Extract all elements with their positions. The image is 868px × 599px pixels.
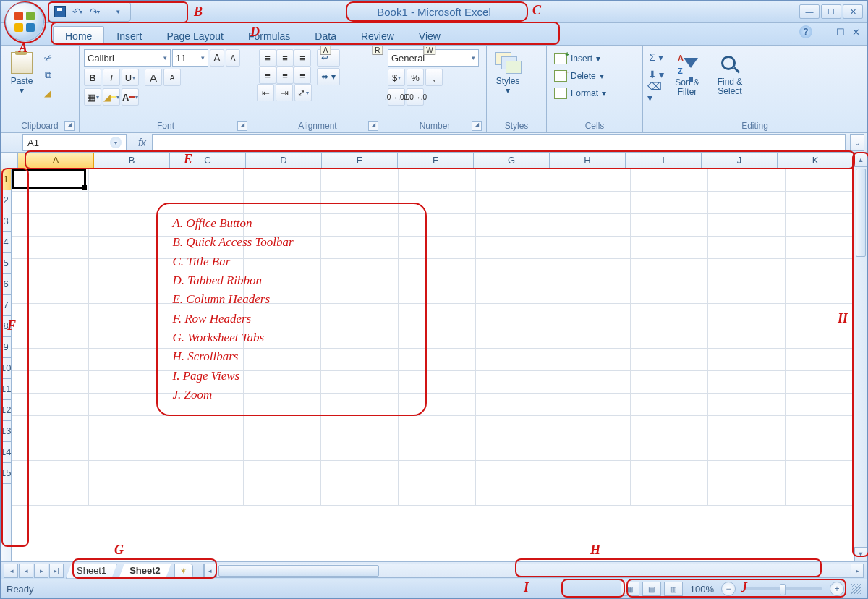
sheet-tab[interactable]: Sheet1 <box>66 564 117 579</box>
font-color-button[interactable]: A▾ <box>122 88 139 106</box>
horizontal-scrollbar[interactable]: ◂ ▸ <box>203 564 864 578</box>
insert-cells-button[interactable]: Insert ▾ <box>551 51 609 67</box>
name-box[interactable]: A1▾ <box>22 134 127 151</box>
percent-button[interactable]: % <box>407 69 424 86</box>
cut-button[interactable]: ✂ <box>41 51 55 65</box>
next-sheet-button[interactable]: ▸ <box>34 564 48 578</box>
row-header[interactable]: 9 <box>1 337 11 358</box>
copy-button[interactable]: ⧉ <box>41 68 55 82</box>
bold-button[interactable]: B <box>84 69 101 86</box>
tab-home[interactable]: Home <box>53 26 104 45</box>
styles-button[interactable]: Styles▾ <box>491 48 524 100</box>
tab-data[interactable]: DataA <box>302 26 349 45</box>
row-header[interactable]: 13 <box>1 421 11 442</box>
merge-center-button[interactable]: ⬌▾ <box>317 68 340 85</box>
row-header[interactable]: 3 <box>1 211 11 232</box>
row-header[interactable]: 2 <box>1 190 11 211</box>
vertical-scroll-thumb[interactable] <box>856 169 866 257</box>
borders-button[interactable]: ▦▾ <box>84 88 101 106</box>
column-header[interactable]: I <box>626 153 702 169</box>
row-header[interactable]: 1 <box>1 169 11 190</box>
help-button[interactable]: ? <box>799 25 812 38</box>
column-header[interactable]: H <box>550 153 626 169</box>
column-header[interactable]: G <box>474 153 550 169</box>
row-header[interactable]: 11 <box>1 379 11 400</box>
underline-button[interactable]: U▾ <box>122 69 139 86</box>
scroll-up-button[interactable]: ▲ <box>854 153 867 167</box>
scroll-right-button[interactable]: ▸ <box>851 564 864 578</box>
italic-button[interactable]: I <box>103 69 120 86</box>
page-layout-view-button[interactable]: ▤ <box>642 582 661 596</box>
zoom-out-button[interactable]: − <box>721 582 736 596</box>
row-header[interactable]: 6 <box>1 274 11 295</box>
increase-decimal-button[interactable]: .0→.00 <box>388 88 405 106</box>
row-header[interactable]: 14 <box>1 442 11 463</box>
row-header[interactable]: 4 <box>1 232 11 253</box>
paste-button[interactable]: Paste▾ <box>5 48 38 100</box>
column-header[interactable]: D <box>246 153 322 169</box>
align-top-button[interactable]: ≡ <box>259 49 276 67</box>
font-size-combo[interactable]: 11▾ <box>172 49 208 67</box>
font-name-combo[interactable]: Calibri▾ <box>84 49 171 67</box>
formula-input[interactable] <box>152 134 846 151</box>
column-header[interactable]: K <box>778 153 854 169</box>
prev-sheet-button[interactable]: ◂ <box>19 564 33 578</box>
tab-formulas[interactable]: Formulas <box>236 26 302 45</box>
format-painter-button[interactable]: ◢ <box>41 85 55 100</box>
cells-grid[interactable]: A. Office Button B. Quick Access Toolbar… <box>12 169 854 561</box>
tab-insert[interactable]: Insert <box>104 26 154 45</box>
zoom-in-button[interactable]: + <box>830 582 844 596</box>
column-header[interactable]: E <box>322 153 398 169</box>
align-right-button[interactable]: ≡ <box>294 67 311 84</box>
scroll-down-button[interactable]: ▼ <box>854 547 867 561</box>
dialog-launcher[interactable]: ◢ <box>368 121 378 131</box>
row-header[interactable]: 7 <box>1 295 11 316</box>
close-workbook-button[interactable]: ✕ <box>852 27 860 38</box>
horizontal-scroll-thumb[interactable] <box>218 565 379 577</box>
decrease-decimal-button[interactable]: .00→.0 <box>407 88 424 106</box>
decrease-indent-button[interactable]: ⇤ <box>257 84 274 101</box>
dialog-launcher[interactable]: ◢ <box>237 121 247 131</box>
page-break-view-button[interactable]: ▥ <box>664 582 683 596</box>
format-cells-button[interactable]: Format ▾ <box>551 85 609 101</box>
accounting-button[interactable]: $▾ <box>388 69 405 86</box>
minimize-button[interactable]: — <box>799 4 820 19</box>
fill-color-button[interactable]: ◢▾ <box>103 88 120 106</box>
clear-button[interactable]: ⌫ ▾ <box>647 84 665 100</box>
vertical-scrollbar[interactable]: ▲ ▼ <box>854 153 867 561</box>
column-header[interactable]: A <box>18 153 94 169</box>
grow-font2-button[interactable]: A <box>145 69 162 86</box>
first-sheet-button[interactable]: |◂ <box>4 564 18 578</box>
new-sheet-button[interactable]: ✶ <box>174 564 193 578</box>
column-header[interactable]: F <box>398 153 474 169</box>
zoom-level[interactable]: 100% <box>686 584 718 595</box>
select-all-button[interactable] <box>1 153 18 169</box>
sort-filter-button[interactable]: Sort & Filter <box>667 49 707 101</box>
find-select-button[interactable]: Find & Select <box>710 49 750 101</box>
minimize-ribbon-button[interactable]: — <box>820 27 829 38</box>
fx-button[interactable]: fx <box>132 137 152 148</box>
increase-indent-button[interactable]: ⇥ <box>276 84 293 101</box>
column-header[interactable]: J <box>702 153 778 169</box>
zoom-slider[interactable] <box>743 587 822 590</box>
save-button[interactable] <box>52 4 68 19</box>
row-header[interactable]: 15 <box>1 463 11 484</box>
column-header[interactable]: B <box>94 153 170 169</box>
resize-grip[interactable] <box>851 584 861 594</box>
last-sheet-button[interactable]: ▸| <box>49 564 64 578</box>
redo-button[interactable]: ↷▾ <box>87 4 103 19</box>
grow-font-button[interactable]: A <box>210 49 224 67</box>
office-button[interactable] <box>5 2 44 41</box>
sheet-tab[interactable]: Sheet2 <box>119 564 171 579</box>
row-header[interactable]: 10 <box>1 358 11 379</box>
align-center-button[interactable]: ≡ <box>276 67 294 84</box>
tab-page-layout[interactable]: Page Layout <box>154 26 236 45</box>
shrink-font-button[interactable]: A <box>226 49 240 67</box>
row-header[interactable]: 12 <box>1 400 11 421</box>
maximize-button[interactable]: ☐ <box>821 4 841 19</box>
delete-cells-button[interactable]: Delete ▾ <box>551 68 609 84</box>
tab-view[interactable]: ViewW <box>407 26 453 45</box>
comma-button[interactable]: , <box>425 69 443 86</box>
row-header[interactable]: 8 <box>1 316 11 337</box>
align-left-button[interactable]: ≡ <box>259 67 276 84</box>
